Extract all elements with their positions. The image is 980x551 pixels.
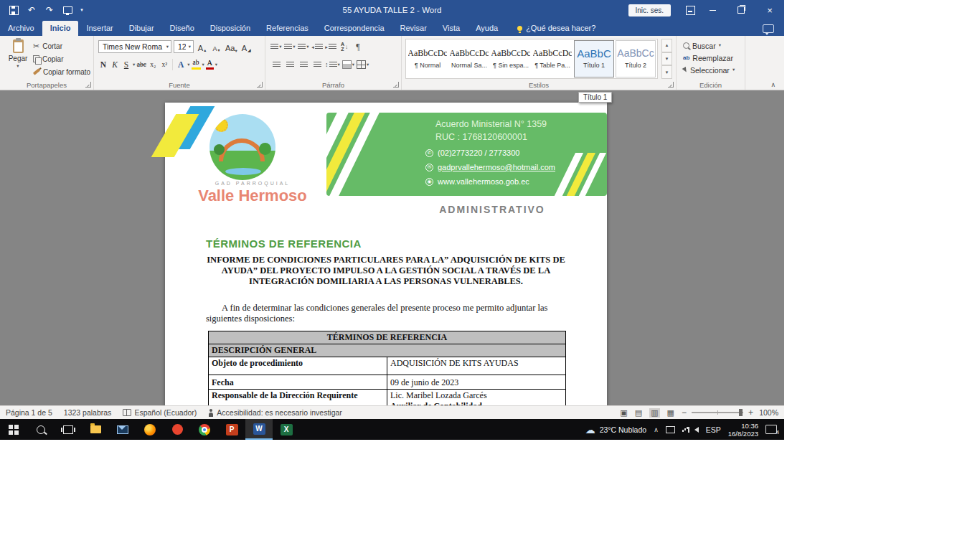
zoom-out-button[interactable]: −: [682, 408, 687, 417]
firefox-button[interactable]: [136, 419, 164, 440]
minimize-button[interactable]: [698, 0, 727, 20]
tab-insertar[interactable]: Insertar: [78, 21, 121, 36]
superscript-button[interactable]: x²: [159, 58, 169, 71]
undo-button[interactable]: ↶: [24, 2, 39, 18]
italic-button[interactable]: K: [110, 58, 120, 71]
save-button[interactable]: [6, 2, 22, 18]
tab-revisar[interactable]: Revisar: [392, 21, 435, 36]
print-layout-button[interactable]: ▥: [649, 408, 659, 418]
dialog-launcher-icon[interactable]: [257, 82, 263, 88]
excel-button[interactable]: X: [273, 419, 300, 440]
borders-button[interactable]: ▾: [357, 58, 369, 71]
customize-qat-button[interactable]: ▾: [77, 2, 86, 18]
notification-center-button[interactable]: 4: [765, 425, 777, 434]
taskbar-clock[interactable]: 10:36 16/8/2023: [728, 422, 758, 438]
select-button[interactable]: Seleccionar▾: [683, 65, 735, 75]
replace-button[interactable]: abReemplazar: [683, 53, 735, 62]
tab-archivo[interactable]: Archivo: [0, 21, 42, 36]
focus-mode-button[interactable]: ▣: [620, 409, 627, 417]
styles-more-button[interactable]: ▼: [661, 65, 672, 79]
align-right-button[interactable]: [298, 58, 309, 71]
touch-mode-button[interactable]: [60, 2, 75, 18]
align-center-button[interactable]: [284, 58, 296, 71]
keyboard-language[interactable]: ESP: [706, 425, 721, 434]
tab-ayuda[interactable]: Ayuda: [468, 21, 506, 36]
ribbon-display-options-button[interactable]: [682, 2, 698, 18]
file-explorer-button[interactable]: [82, 419, 109, 440]
read-mode-button[interactable]: ▤: [635, 409, 642, 417]
multilevel-list-button[interactable]: ▾: [298, 40, 309, 53]
grow-font-button[interactable]: A▴: [196, 40, 208, 53]
document-area[interactable]: GAD PARROQUIAL Valle Hermoso Acuerdo Min…: [0, 90, 784, 405]
close-button[interactable]: ×: [755, 0, 784, 20]
style-normal-sa[interactable]: AaBbCcDc Normal Sa...: [449, 40, 489, 77]
decrease-indent-button[interactable]: ◂: [311, 40, 323, 53]
text-effects-button[interactable]: A: [176, 58, 186, 71]
font-family-select[interactable]: Times New Roma ▾: [98, 40, 171, 53]
paste-button[interactable]: Pegar ▾: [6, 39, 30, 80]
cut-button[interactable]: ✂Cortar: [33, 41, 90, 51]
style-normal[interactable]: AaBbCcDc ¶ Normal: [407, 40, 448, 77]
numbered-list-button[interactable]: ▾: [284, 40, 296, 53]
proofing-status[interactable]: Español (Ecuador): [123, 408, 197, 417]
dialog-launcher-icon[interactable]: [668, 82, 674, 88]
tab-correspondencia[interactable]: Correspondencia: [316, 21, 392, 36]
sort-button[interactable]: AZ↓: [339, 40, 350, 53]
tell-me-box[interactable]: ¿Qué desea hacer?: [517, 24, 595, 36]
align-left-button[interactable]: [270, 58, 282, 71]
zoom-slider-thumb[interactable]: [739, 409, 743, 416]
taskbar-search-button[interactable]: [27, 419, 55, 440]
mail-button[interactable]: [109, 419, 136, 440]
accessibility-status[interactable]: Accesibilidad: es necesario investigar: [208, 408, 342, 417]
clear-formatting-button[interactable]: A◢: [240, 40, 253, 53]
copy-button[interactable]: Copiar: [33, 54, 90, 64]
tab-vista[interactable]: Vista: [435, 21, 468, 36]
justify-button[interactable]: [311, 58, 323, 71]
shrink-font-button[interactable]: A▾: [210, 40, 222, 53]
word-count[interactable]: 1323 palabras: [64, 408, 112, 417]
red-browser-button[interactable]: [164, 419, 191, 440]
volume-tray-icon[interactable]: [694, 427, 699, 433]
zoom-percentage[interactable]: 100%: [758, 408, 778, 417]
word-button-active[interactable]: W: [245, 419, 273, 440]
redo-button[interactable]: ↷: [42, 2, 57, 18]
weather-widget[interactable]: ☁23°C Nublado: [585, 425, 647, 435]
font-color-button[interactable]: A: [206, 60, 214, 70]
document-page[interactable]: GAD PARROQUIAL Valle Hermoso Acuerdo Min…: [165, 103, 607, 405]
font-size-select[interactable]: 12 ▾: [174, 40, 194, 53]
dialog-launcher-icon[interactable]: [393, 82, 399, 88]
strikethrough-button[interactable]: abc: [136, 58, 146, 71]
styles-scroll-up-button[interactable]: ▲: [661, 39, 672, 52]
zoom-in-button[interactable]: +: [748, 408, 753, 417]
subscript-button[interactable]: x₂: [148, 58, 158, 71]
bold-button[interactable]: N: [98, 58, 108, 71]
tab-diseno[interactable]: Diseño: [162, 21, 202, 36]
format-painter-button[interactable]: Copiar formato: [33, 67, 90, 77]
style-titulo-1[interactable]: AaBbC Título 1: [574, 40, 614, 77]
dialog-launcher-icon[interactable]: [85, 82, 91, 88]
find-button[interactable]: Buscar▾: [683, 41, 735, 50]
sign-in-button[interactable]: Inic. ses.: [628, 4, 671, 17]
network-tray-icon[interactable]: [682, 430, 684, 432]
tab-referencias[interactable]: Referencias: [258, 21, 316, 36]
styles-scroll-down-button[interactable]: ▼: [661, 52, 672, 66]
collapse-ribbon-button[interactable]: ∧: [771, 81, 776, 88]
show-paragraph-marks-button[interactable]: ¶: [352, 40, 364, 53]
tab-inicio[interactable]: Inicio: [42, 21, 79, 36]
start-button[interactable]: [0, 419, 27, 440]
restore-button[interactable]: [727, 0, 755, 20]
tab-disposicion[interactable]: Disposición: [202, 21, 258, 36]
style-titulo-2[interactable]: AaBbCc Título 2: [616, 40, 656, 77]
zoom-slider[interactable]: [692, 412, 743, 413]
bullet-list-button[interactable]: ▾: [270, 40, 282, 53]
change-case-button[interactable]: Aa▾: [225, 40, 238, 53]
line-spacing-button[interactable]: ↕▾: [325, 58, 340, 71]
highlight-color-button[interactable]: ab: [192, 60, 201, 70]
increase-indent-button[interactable]: ▸: [325, 40, 336, 53]
shading-button[interactable]: ▾: [342, 58, 354, 71]
tray-expand-button[interactable]: ∧: [654, 426, 659, 433]
style-table-paragraph[interactable]: AaBbCcDc ¶ Table Pa...: [532, 40, 573, 77]
powerpoint-button[interactable]: P: [218, 419, 245, 440]
web-layout-button[interactable]: ▦: [667, 409, 674, 417]
chrome-button[interactable]: [191, 419, 218, 440]
